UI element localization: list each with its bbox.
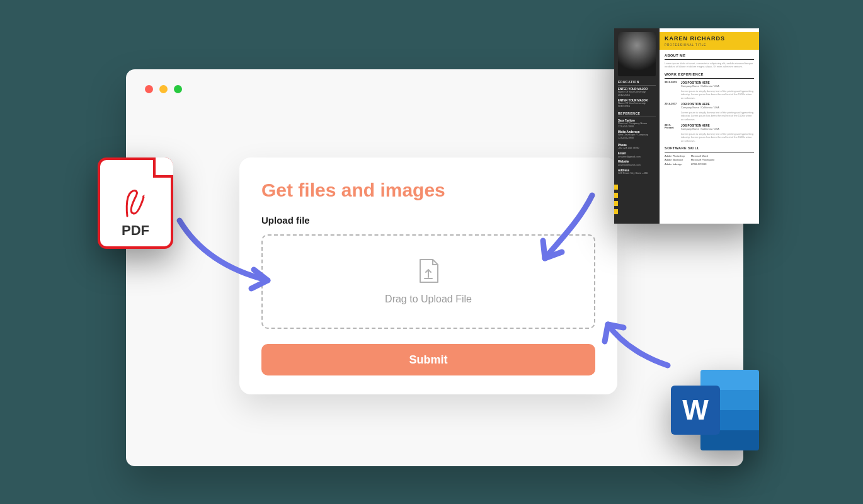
word-file-icon: W — [671, 370, 759, 450]
arrow-left-icon — [173, 214, 287, 309]
submit-button[interactable]: Submit — [261, 344, 595, 375]
upload-file-icon — [418, 258, 439, 286]
dropzone-text: Drag to Upload File — [385, 294, 472, 305]
arrow-top-icon — [517, 189, 605, 277]
section-skill: SOFTWARE SKILL — [665, 146, 754, 152]
pdf-label: PDF — [122, 222, 149, 239]
section-work: WORK EXPERIENCE — [665, 72, 754, 79]
maximize-icon[interactable] — [174, 85, 182, 93]
pdf-file-icon: PDF — [98, 158, 173, 249]
section-about: ABOUT ME — [665, 54, 754, 60]
resume-role: PROFESSIONAL TITLE — [665, 43, 754, 47]
adobe-swoosh-icon — [120, 185, 151, 222]
resume-preview: EDUCATION ENTER YOUR MAJOR Name Of Your … — [614, 28, 759, 224]
word-letter: W — [682, 394, 709, 426]
section-reference: REFERENCE — [618, 112, 656, 117]
traffic-lights — [145, 85, 182, 93]
section-education: EDUCATION — [618, 80, 656, 86]
avatar — [618, 32, 656, 76]
minimize-icon[interactable] — [159, 85, 168, 93]
close-icon[interactable] — [145, 85, 153, 93]
arrow-right-icon — [592, 309, 674, 378]
resume-name: KAREN RICHARDS — [665, 35, 754, 42]
